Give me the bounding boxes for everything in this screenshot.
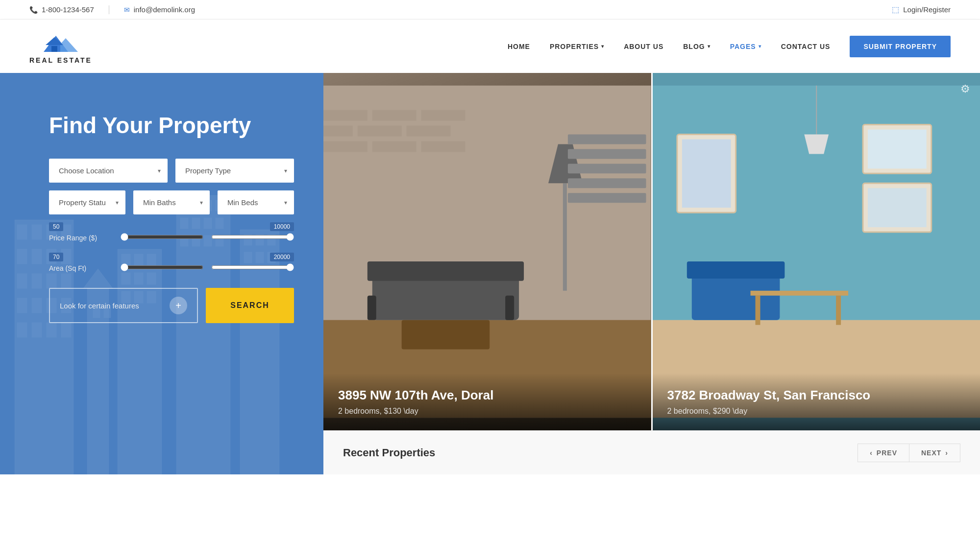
svg-rect-73 — [368, 296, 376, 320]
beds-select[interactable]: Min Beds 1+ 2+ 3+ — [218, 190, 294, 214]
area-values: 70 20000 — [49, 253, 294, 261]
property-card-2[interactable]: 3782 Broadway St, San Francisco 2 bedroo… — [653, 73, 980, 430]
recent-properties-title: Recent Properties — [343, 446, 435, 459]
price-range-track-container2 — [211, 233, 294, 243]
property-cards-row: 3895 NW 107th Ave, Doral 2 bedrooms, $13… — [323, 73, 980, 430]
recent-bar: Recent Properties ‹ PREV NEXT › — [323, 430, 980, 474]
svg-rect-82 — [568, 193, 646, 203]
submit-property-button[interactable]: SUBMIT PROPERTY — [850, 36, 951, 57]
svg-rect-19 — [32, 298, 42, 313]
svg-rect-65 — [358, 126, 402, 137]
type-select[interactable]: Property Type House Apartment Condo — [175, 159, 294, 183]
prev-icon: ‹ — [870, 449, 873, 457]
features-add-button[interactable]: + — [170, 297, 187, 314]
svg-rect-87 — [750, 291, 848, 296]
status-select[interactable]: Property Status For Sale For Rent — [49, 190, 125, 214]
svg-rect-18 — [17, 298, 27, 313]
login-icon: ⬚ — [892, 5, 899, 14]
svg-rect-10 — [17, 249, 27, 264]
price-slider-row: Price Range ($) — [49, 233, 294, 243]
area-slider-row: Area (Sq Ft) — [49, 263, 294, 273]
svg-rect-79 — [568, 149, 646, 159]
topbar: 📞 1-800-1234-567 ✉ info@demolink.org ⬚ L… — [0, 0, 980, 20]
baths-select[interactable]: Min Baths 1+ 2+ 3+ — [133, 190, 210, 214]
area-min-slider[interactable] — [121, 263, 203, 271]
svg-rect-22 — [17, 323, 27, 337]
nav-pages[interactable]: PAGES ▾ — [730, 43, 761, 50]
features-text: Look for certain features — [60, 302, 139, 310]
svg-rect-93 — [868, 130, 927, 169]
area-min: 70 — [49, 253, 63, 261]
nav-properties[interactable]: PROPERTIES ▾ — [550, 43, 604, 50]
recent-nav: ‹ PREV NEXT › — [858, 444, 960, 462]
svg-rect-68 — [372, 141, 416, 152]
svg-rect-75 — [402, 320, 490, 350]
property-card-1[interactable]: 3895 NW 107th Ave, Doral 2 bedrooms, $13… — [323, 73, 651, 430]
svg-rect-95 — [868, 188, 927, 227]
svg-rect-67 — [323, 141, 368, 152]
nav-blog-label: BLOG — [683, 43, 705, 50]
svg-rect-63 — [421, 110, 466, 121]
right-panel: 3895 NW 107th Ave, Doral 2 bedrooms, $13… — [323, 73, 980, 474]
svg-rect-62 — [372, 110, 416, 121]
price-values: 50 10000 — [49, 222, 294, 231]
card-1-overlay: 3895 NW 107th Ave, Doral 2 bedrooms, $13… — [323, 373, 651, 430]
price-range-label: Price Range ($) — [49, 234, 113, 242]
area-track2 — [211, 263, 294, 273]
left-panel: Find Your Property Choose Location New Y… — [0, 73, 323, 474]
svg-rect-7 — [32, 225, 42, 239]
search-form: Choose Location New York Los Angeles Chi… — [49, 159, 294, 323]
nav-home[interactable]: HOME — [508, 43, 530, 50]
price-min: 50 — [49, 222, 63, 231]
features-input-wrapper: Look for certain features + — [49, 288, 198, 323]
phone-icon: 📞 — [29, 6, 38, 14]
location-select[interactable]: Choose Location New York Los Angeles Chi… — [49, 159, 168, 183]
svg-rect-66 — [407, 126, 451, 137]
logo-icon — [39, 28, 83, 55]
email-icon: ✉ — [124, 6, 130, 14]
nav-blog[interactable]: BLOG ▾ — [683, 43, 710, 50]
svg-rect-69 — [421, 141, 466, 152]
svg-marker-4 — [46, 37, 63, 45]
email-address: info@demolink.org — [134, 5, 195, 14]
price-range-min-slider[interactable] — [121, 233, 203, 241]
logo[interactable]: REAL ESTATE — [29, 28, 92, 64]
svg-rect-15 — [32, 274, 42, 288]
area-max: 20000 — [270, 253, 294, 261]
pages-arrow: ▾ — [759, 44, 761, 49]
nav-about-label: ABOUT US — [624, 43, 663, 50]
svg-rect-14 — [17, 274, 27, 288]
nav-about[interactable]: ABOUT US — [624, 43, 663, 50]
topbar-left: 📞 1-800-1234-567 ✉ info@demolink.org — [29, 5, 195, 14]
main-layout: Find Your Property Choose Location New Y… — [0, 73, 980, 474]
next-button[interactable]: NEXT › — [909, 444, 960, 462]
price-range-section: 50 10000 Price Range ($) — [49, 222, 294, 243]
svg-rect-76 — [563, 183, 567, 291]
nav-contact[interactable]: CONTACT US — [781, 43, 831, 50]
svg-rect-88 — [755, 296, 760, 325]
search-button[interactable]: SEARCH — [206, 288, 294, 323]
hero-title: Find Your Property — [49, 112, 294, 139]
area-section: 70 20000 Area (Sq Ft) — [49, 253, 294, 273]
area-max-slider[interactable] — [211, 263, 294, 271]
nav-properties-label: PROPERTIES — [550, 43, 599, 50]
card-1-title: 3895 NW 107th Ave, Doral — [338, 388, 637, 403]
price-max: 10000 — [270, 222, 294, 231]
price-range-track-container — [121, 233, 203, 243]
card-2-title: 3782 Broadway St, San Francisco — [667, 388, 966, 403]
price-range-max-slider[interactable] — [211, 233, 294, 241]
prev-button[interactable]: ‹ PREV — [858, 444, 909, 462]
login-button[interactable]: ⬚ Login/Register — [892, 5, 951, 14]
nav-pages-label: PAGES — [730, 43, 756, 50]
features-row: Look for certain features + SEARCH — [49, 288, 294, 323]
svg-rect-3 — [51, 46, 57, 52]
prev-label: PREV — [877, 449, 897, 457]
svg-rect-24 — [47, 323, 56, 337]
blog-arrow: ▾ — [708, 44, 710, 49]
location-wrapper: Choose Location New York Los Angeles Chi… — [49, 159, 168, 183]
type-wrapper: Property Type House Apartment Condo ▾ — [175, 159, 294, 183]
svg-rect-6 — [17, 225, 27, 239]
navbar: REAL ESTATE HOME PROPERTIES ▾ ABOUT US B… — [0, 20, 980, 73]
svg-rect-86 — [686, 261, 784, 279]
card-2-overlay: 3782 Broadway St, San Francisco 2 bedroo… — [653, 373, 980, 430]
